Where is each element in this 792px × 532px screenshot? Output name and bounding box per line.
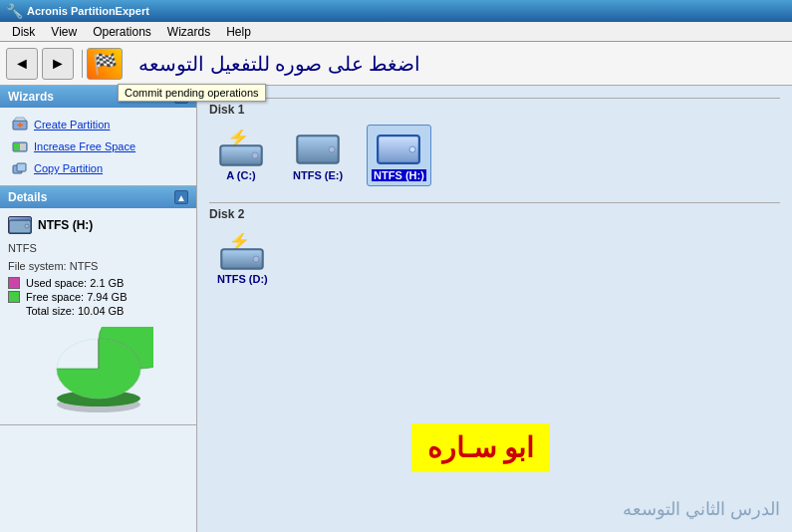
flag-icon: 🏁: [93, 52, 118, 76]
title-bar: 🔧 Acronis PartitionExpert: [0, 0, 792, 22]
content-area: Disk 1 ⚡: [197, 86, 792, 532]
menu-operations[interactable]: Operations: [85, 23, 159, 41]
svg-point-24: [409, 146, 415, 152]
partition-h-label: NTFS (H:): [372, 169, 426, 181]
free-space-row: Free space: 7.94 GB: [8, 291, 188, 303]
free-space-value: 7.94 GB: [87, 291, 127, 303]
details-info: NTFS File system: NTFS: [8, 240, 188, 275]
used-space-label: Used space:: [26, 277, 87, 289]
increase-space-icon: [12, 138, 28, 154]
svg-point-21: [329, 146, 335, 152]
app-title: Acronis PartitionExpert: [27, 5, 149, 17]
details-header: Details ▲: [0, 186, 196, 208]
svg-point-18: [252, 152, 258, 158]
wizard-copy-partition[interactable]: Copy Partition: [8, 157, 188, 179]
left-panel: Wizards ▲ Create Partition: [0, 86, 197, 532]
forward-button[interactable]: ►: [42, 48, 74, 80]
pie-chart: [44, 327, 153, 416]
details-drive-name: NTFS (H:): [38, 218, 93, 232]
total-size-row: Total size: 10.04 GB: [26, 305, 188, 317]
menu-disk[interactable]: Disk: [4, 23, 43, 41]
partition-e-icon: [294, 130, 342, 165]
svg-rect-5: [14, 143, 20, 150]
partition-c-icon: ⚡: [217, 130, 265, 165]
menu-view[interactable]: View: [43, 23, 85, 41]
partition-d-icon: ⚡: [218, 233, 266, 269]
overlay-arabic-text: ابو سـاره: [411, 423, 550, 472]
commit-button[interactable]: 🏁: [87, 48, 123, 80]
used-space-row: Used space: 2.1 GB: [8, 277, 188, 289]
details-drive-icon: [8, 216, 32, 234]
copy-partition-icon: [12, 160, 28, 176]
svg-point-11: [25, 224, 29, 228]
partition-c-label: A (C:): [226, 169, 256, 181]
menu-bar: Disk View Operations Wizards Help: [0, 22, 792, 42]
svg-rect-6: [20, 143, 26, 150]
partition-d[interactable]: ⚡ NTFS (D:): [213, 229, 272, 289]
app-icon: 🔧: [6, 3, 23, 19]
details-title: Details: [8, 190, 47, 204]
disk2-label: Disk 2: [209, 202, 780, 221]
free-color-dot: [8, 291, 20, 303]
partition-e-label: NTFS (E:): [293, 169, 343, 181]
increase-space-label: Increase Free Space: [34, 140, 135, 152]
free-space-label: Free space:: [26, 291, 84, 303]
toolbar: ◄ ► 🏁 اضغط على صوره للتفعيل التوسعه Comm…: [0, 42, 792, 86]
svg-rect-8: [17, 163, 26, 171]
back-icon: ◄: [14, 55, 30, 73]
partition-h-icon: [375, 130, 422, 165]
details-content: NTFS (H:) NTFS File system: NTFS Used sp…: [0, 208, 196, 424]
partition-h[interactable]: NTFS (H:): [367, 125, 431, 186]
disk1-row: ⚡ A (C:): [209, 125, 780, 186]
menu-help[interactable]: Help: [218, 23, 259, 41]
toolbar-arabic-text: اضغط على صوره للتفعيل التوسعه: [131, 50, 428, 78]
svg-point-28: [253, 256, 259, 262]
details-collapse-btn[interactable]: ▲: [174, 190, 188, 204]
wizard-increase-space[interactable]: Increase Free Space: [8, 135, 188, 157]
partition-c[interactable]: ⚡ A (C:): [213, 126, 269, 185]
toolbar-separator: [82, 50, 83, 78]
menu-wizards[interactable]: Wizards: [159, 23, 218, 41]
main-layout: Wizards ▲ Create Partition: [0, 86, 792, 532]
pie-chart-container: [8, 327, 188, 416]
disk2-row: ⚡ NTFS (D:): [209, 229, 780, 289]
forward-icon: ►: [50, 55, 66, 73]
tooltip-commit: Commit pending operations: [118, 84, 266, 102]
create-partition-icon: [12, 117, 28, 133]
details-section: Details ▲ NTFS (H:) NTFS Fil: [0, 186, 196, 425]
watermark-text: الدرس الثاني التوسعه: [623, 498, 780, 520]
details-drive-title: NTFS (H:): [8, 216, 188, 234]
details-filesystem-label: File system: NTFS: [8, 258, 188, 276]
used-space-value: 2.1 GB: [90, 277, 124, 289]
create-partition-label: Create Partition: [34, 119, 110, 131]
wizards-title: Wizards: [8, 90, 54, 104]
partition-e[interactable]: NTFS (E:): [289, 126, 347, 185]
total-size-value: 10.04 GB: [78, 305, 124, 317]
back-button[interactable]: ◄: [6, 48, 38, 80]
partition-d-label: NTFS (D:): [217, 273, 268, 285]
wizards-content: Create Partition Increase Free Space: [0, 108, 196, 185]
wizard-create-partition[interactable]: Create Partition: [8, 114, 188, 135]
total-size-label: Total size:: [26, 305, 75, 317]
copy-partition-label: Copy Partition: [34, 162, 103, 174]
details-fs-type: NTFS: [8, 240, 188, 258]
used-color-dot: [8, 277, 20, 289]
disk1-label: Disk 1: [209, 98, 780, 117]
svg-marker-1: [14, 118, 26, 121]
